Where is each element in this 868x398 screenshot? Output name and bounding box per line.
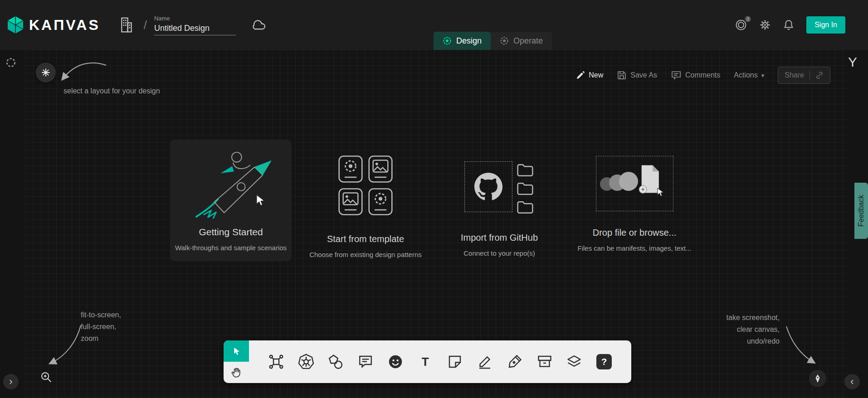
design-canvas[interactable]: select a layout for your design New Save… bbox=[0, 50, 868, 398]
tool-dock: T bbox=[224, 340, 631, 383]
comments-label: Comments bbox=[685, 71, 720, 79]
sticker-tool[interactable] bbox=[386, 353, 405, 371]
chevron-left-icon: ‹ bbox=[850, 376, 853, 388]
layout-flower-icon bbox=[41, 68, 50, 77]
tab-operate[interactable]: Operate bbox=[491, 32, 552, 50]
share-button[interactable]: Share bbox=[778, 67, 830, 84]
text-tool[interactable]: T bbox=[416, 353, 434, 371]
collapse-right-panel-button[interactable]: ‹ bbox=[844, 374, 860, 389]
layout-selector-button[interactable] bbox=[36, 63, 56, 83]
hand-icon bbox=[230, 367, 242, 379]
design-name-input[interactable] bbox=[154, 23, 236, 35]
card-title: Start from template bbox=[327, 234, 404, 244]
kanvas-logo-text: KAΠVAS bbox=[29, 17, 100, 34]
template-image-icon bbox=[338, 188, 363, 216]
screenshot-pen-button[interactable] bbox=[809, 370, 826, 387]
sticker-smiley-icon bbox=[387, 354, 404, 370]
shapes-icon bbox=[327, 354, 344, 370]
card-subtitle: Files can be manifests, images, text... bbox=[578, 244, 692, 252]
notifications-button[interactable] bbox=[783, 19, 795, 31]
card-subtitle: Choose from existing design patterns bbox=[309, 251, 422, 258]
tab-operate-label: Operate bbox=[513, 36, 543, 46]
template-pattern-icon bbox=[368, 188, 393, 216]
magnifier-plus-icon bbox=[40, 371, 53, 383]
pencil-draw-icon bbox=[477, 354, 493, 370]
design-tab-icon bbox=[443, 36, 452, 45]
comment-tool[interactable] bbox=[356, 353, 375, 371]
expand-left-panel-button[interactable]: › bbox=[3, 374, 19, 389]
sign-in-button[interactable]: Sign In bbox=[806, 16, 845, 34]
kubernetes-icon bbox=[297, 353, 315, 370]
help-button[interactable]: ? bbox=[595, 353, 613, 371]
drop-zone[interactable] bbox=[596, 156, 673, 211]
component-tool[interactable] bbox=[267, 353, 285, 371]
cloud-icon bbox=[251, 19, 267, 30]
share-divider bbox=[809, 71, 810, 80]
save-as-button[interactable]: Save As bbox=[617, 70, 657, 80]
feedback-tab[interactable]: Feedback bbox=[854, 183, 868, 239]
start-from-template-card[interactable]: Start from template Choose from existing… bbox=[300, 155, 431, 258]
cloud-sync-button[interactable] bbox=[251, 19, 267, 30]
image-dot bbox=[619, 172, 638, 191]
rocket-illustration bbox=[179, 145, 283, 226]
mouse-cursor bbox=[254, 194, 266, 208]
drop-file-card[interactable]: Drop file or browse... Files can be mani… bbox=[571, 156, 698, 252]
zoom-hint-arrow bbox=[45, 322, 86, 367]
screenshot-hint-arrow bbox=[782, 323, 820, 366]
save-icon bbox=[617, 70, 627, 80]
repo-folders bbox=[516, 161, 534, 214]
pen-tool[interactable] bbox=[506, 353, 524, 371]
folder-icon bbox=[516, 163, 534, 177]
breadcrumb-separator: / bbox=[144, 18, 147, 32]
sticky-note-tool[interactable] bbox=[446, 353, 464, 371]
dock-icon-row: T bbox=[249, 340, 631, 383]
actions-dropdown[interactable]: Actions ▾ bbox=[734, 71, 764, 79]
github-octocat-icon bbox=[474, 173, 502, 201]
credits-button[interactable]: 0 bbox=[735, 19, 747, 31]
comments-icon bbox=[671, 70, 682, 80]
draw-tool[interactable] bbox=[476, 353, 494, 371]
import-from-github-card[interactable]: Import from GitHub Connect to your repo(… bbox=[436, 161, 563, 257]
shapes-tool[interactable] bbox=[327, 353, 345, 371]
canvas-toolbar: New Save As Comments Actions ▾ Share bbox=[576, 66, 830, 84]
tab-design[interactable]: Design bbox=[434, 32, 491, 50]
header-actions: 0 Sign In bbox=[735, 0, 868, 50]
kubernetes-tool[interactable] bbox=[297, 353, 315, 371]
chevron-right-icon: › bbox=[9, 376, 12, 388]
card-subtitle: Connect to your repo(s) bbox=[463, 249, 535, 257]
organization-icon[interactable] bbox=[119, 17, 134, 33]
settings-button[interactable] bbox=[759, 19, 771, 31]
gear-icon bbox=[759, 19, 771, 31]
pencil-icon bbox=[576, 71, 585, 80]
pointer-tools bbox=[224, 340, 249, 383]
card-subtitle: Walk-throughs and sample scenarios bbox=[175, 244, 287, 252]
kanvas-logo[interactable]: KAΠVAS bbox=[6, 16, 100, 34]
comments-button[interactable]: Comments bbox=[671, 70, 720, 80]
app-header: KAΠVAS / Name Design bbox=[0, 0, 868, 50]
pen-nib-icon bbox=[813, 374, 822, 383]
layout-hint-arrow bbox=[58, 60, 109, 85]
folder-icon bbox=[516, 182, 534, 196]
layers-tool[interactable] bbox=[565, 353, 583, 371]
design-name-label: Name bbox=[154, 15, 236, 22]
github-illustration bbox=[464, 161, 534, 214]
layer5-y-logo: Y bbox=[848, 54, 857, 70]
template-image-icon bbox=[368, 155, 393, 183]
new-design-button[interactable]: New bbox=[576, 71, 603, 80]
template-pattern-icon bbox=[338, 155, 363, 183]
folder-icon bbox=[516, 200, 534, 214]
template-icons bbox=[338, 155, 393, 216]
drawer-tool[interactable] bbox=[536, 353, 554, 371]
building-icon bbox=[119, 17, 134, 33]
layers-icon bbox=[566, 354, 582, 370]
getting-started-card[interactable]: Getting Started Walk-throughs and sample… bbox=[170, 140, 292, 261]
zoom-button[interactable] bbox=[40, 371, 53, 385]
kanvas-hexagon-icon bbox=[6, 16, 24, 34]
layout-hint-text: select a layout for your design bbox=[63, 85, 160, 97]
pan-tool[interactable] bbox=[224, 362, 249, 383]
sticky-note-icon bbox=[447, 354, 463, 370]
select-tool[interactable] bbox=[224, 340, 249, 362]
design-name-field: Name bbox=[154, 15, 236, 35]
tab-design-label: Design bbox=[456, 36, 482, 46]
card-title: Import from GitHub bbox=[461, 233, 538, 243]
